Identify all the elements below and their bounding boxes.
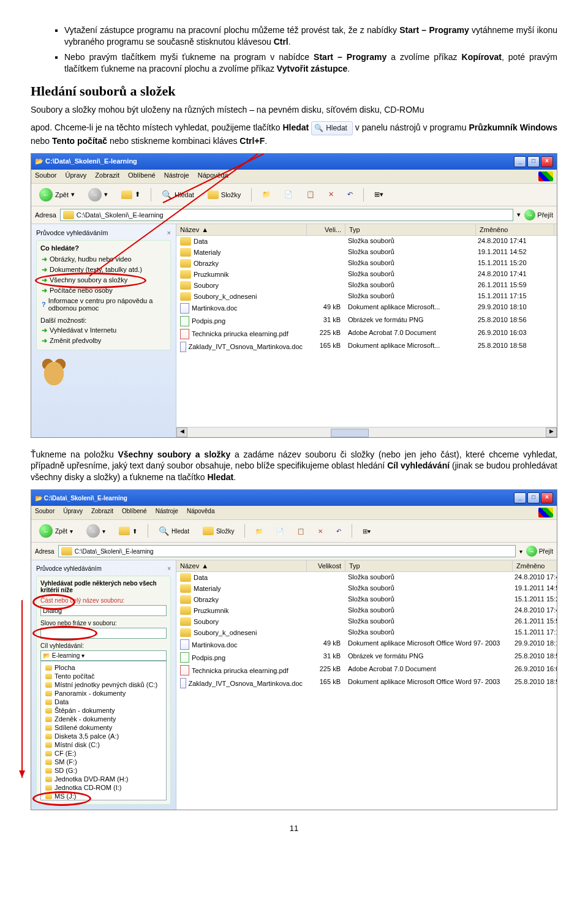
file-row[interactable]: MaterialySložka souborů19.1.2011 14:52 xyxy=(176,583,557,594)
target-tree[interactable]: PlochaTento počítačMístní jednotky pevný… xyxy=(40,661,167,800)
menu-item[interactable]: Oblíbené xyxy=(122,508,147,517)
file-row[interactable]: DataSložka souborů24.8.2010 17:41 xyxy=(176,572,557,583)
tree-item[interactable]: Jednotka CD-ROM (I:) xyxy=(43,783,164,792)
file-row[interactable]: SouborySložka souborů26.1.2011 15:59 xyxy=(176,280,557,291)
menu-item[interactable]: Nápověda xyxy=(187,508,215,517)
toolbar-icon[interactable]: ✕ xyxy=(314,526,327,536)
menu-item[interactable]: Oblíbené xyxy=(128,171,156,181)
col-type[interactable]: Typ xyxy=(345,560,513,571)
toolbar-icon[interactable]: ↶ xyxy=(343,189,357,200)
address-input[interactable]: C:\Data\_Skoleni\_E-learning xyxy=(58,545,516,557)
col-size[interactable]: Veli... xyxy=(307,224,345,235)
target-dropdown[interactable]: 📂 E-learning ▾ xyxy=(40,650,167,661)
tree-item[interactable]: Sdílené dokumenty xyxy=(43,723,164,732)
pane-close-icon[interactable]: × xyxy=(167,229,171,236)
menu-item[interactable]: Úpravy xyxy=(63,508,83,517)
back-button[interactable]: ←Zpět ▾ xyxy=(35,186,79,203)
file-row[interactable]: Martinkova.doc49 kBDokument aplikace Mic… xyxy=(176,302,557,315)
tree-item[interactable]: MS (J:) xyxy=(43,792,164,800)
file-row[interactable]: Technicka prirucka elearning.pdf225 kBAd… xyxy=(176,664,557,677)
toolbar-icon[interactable]: ↶ xyxy=(332,526,345,536)
go-button[interactable]: →Přejít xyxy=(524,209,553,220)
pane-close-icon[interactable]: × xyxy=(167,565,171,572)
file-row[interactable]: DataSložka souborů24.8.2010 17:41 xyxy=(176,236,557,247)
search-button[interactable]: 🔍Hledat xyxy=(157,188,198,201)
search-option[interactable]: ➜Změnit předvolby xyxy=(40,336,167,346)
minimize-button[interactable]: _ xyxy=(514,156,526,167)
folders-button[interactable]: Složky xyxy=(203,189,245,201)
phrase-input[interactable] xyxy=(40,628,167,639)
minimize-button[interactable]: _ xyxy=(514,492,526,503)
search-option[interactable]: ➜Dokumenty (texty, tabulky atd.) xyxy=(40,265,167,275)
toolbar-icon[interactable]: ✕ xyxy=(324,189,338,200)
file-row[interactable]: PruzkumnikSložka souborů24.8.2010 17:41 xyxy=(176,605,557,616)
go-button[interactable]: →Přejít xyxy=(526,546,553,557)
col-mod[interactable]: Změněno xyxy=(476,224,554,235)
forward-button[interactable]: → ▾ xyxy=(84,186,112,203)
toolbar-icon[interactable]: 📁 xyxy=(251,526,267,536)
h-scrollbar[interactable]: ◀▶ xyxy=(176,427,557,437)
menu-item[interactable]: Nástroje xyxy=(156,508,178,517)
tree-item[interactable]: Tento počítač xyxy=(43,672,164,680)
views-button[interactable]: ⊞▾ xyxy=(358,526,375,536)
back-button[interactable]: ←Zpět ▾ xyxy=(35,522,77,540)
menu-item[interactable]: Soubor xyxy=(35,508,55,517)
maximize-button[interactable]: □ xyxy=(527,492,540,503)
maximize-button[interactable]: □ xyxy=(527,156,540,167)
col-name[interactable]: Název ▲ xyxy=(176,224,307,235)
col-type[interactable]: Typ xyxy=(345,224,476,235)
file-row[interactable]: Podpis.png31 kBObrázek ve formátu PNG25.… xyxy=(176,315,557,328)
col-mod[interactable]: Změněno xyxy=(513,560,557,571)
menu-item[interactable]: Soubor xyxy=(35,171,56,181)
up-button[interactable]: ⬆ xyxy=(117,189,145,201)
tree-item[interactable]: SD (G:) xyxy=(43,766,164,775)
views-button[interactable]: ⊞▾ xyxy=(370,189,388,200)
tree-item[interactable]: SM (F:) xyxy=(43,758,164,766)
search-option[interactable]: ➜Vyhledávat v Internetu xyxy=(40,325,167,336)
tree-item[interactable]: Místní disk (C:) xyxy=(43,740,164,749)
file-row[interactable]: PruzkumnikSložka souborů24.8.2010 17:41 xyxy=(176,269,557,280)
up-button[interactable]: ⬆ xyxy=(115,525,141,537)
address-input[interactable]: C:\Data\_Skoleni\_E-learning xyxy=(60,209,513,221)
toolbar-icon[interactable]: 📋 xyxy=(302,189,319,200)
toolbar-icon[interactable]: 📁 xyxy=(258,189,275,200)
menu-item[interactable]: Zobrazit xyxy=(95,171,119,181)
menu-item[interactable]: Nápověda xyxy=(198,171,228,181)
search-option[interactable]: ➜Obrázky, hudbu nebo video xyxy=(40,254,167,265)
col-size[interactable]: Velikost xyxy=(307,560,345,571)
file-row[interactable]: ObrazkySložka souborů15.1.2011 15:20 xyxy=(176,594,557,605)
file-row[interactable]: MaterialySložka souborů19.1.2011 14:52 xyxy=(176,247,557,258)
address-dropdown[interactable]: ▾ xyxy=(517,211,521,219)
tree-item[interactable]: CF (E:) xyxy=(43,749,164,758)
tree-item[interactable]: Zdeněk - dokumenty xyxy=(43,715,164,723)
tree-item[interactable]: Disketa 3,5 palce (A:) xyxy=(43,732,164,740)
address-dropdown[interactable]: ▾ xyxy=(519,548,522,555)
menu-item[interactable]: Úpravy xyxy=(65,171,86,181)
file-row[interactable]: Zaklady_IVT_Osnova_Martinkova.doc165 kBD… xyxy=(176,340,557,353)
search-option[interactable]: ?Informace v centru pro nápovědu a odbor… xyxy=(40,296,167,313)
tree-item[interactable]: Štěpán - dokumenty xyxy=(43,706,164,715)
toolbar-icon[interactable]: 📄 xyxy=(272,526,288,536)
toolbar-icon[interactable]: 📋 xyxy=(293,526,309,536)
file-row[interactable]: ObrazkySložka souborů15.1.2011 15:20 xyxy=(176,258,557,269)
tree-item[interactable]: Plocha xyxy=(43,663,164,672)
file-row[interactable]: Soubory_k_odneseniSložka souborů15.1.201… xyxy=(176,627,557,638)
file-row[interactable]: Technicka prirucka elearning.pdf225 kBAd… xyxy=(176,328,557,340)
menu-item[interactable]: Nástroje xyxy=(164,171,189,181)
file-row[interactable]: SouborySložka souborů26.1.2011 15:59 xyxy=(176,616,557,627)
tree-item[interactable]: Panoramix - dokumenty xyxy=(43,689,164,698)
col-name[interactable]: Název ▲ xyxy=(176,560,307,571)
search-option[interactable]: ➜Počítače nebo osoby xyxy=(40,285,167,296)
menu-item[interactable]: Zobrazit xyxy=(91,508,113,517)
search-button[interactable]: 🔍Hledat xyxy=(154,524,194,538)
tree-item[interactable]: Místní jednotky pevných disků (C:) xyxy=(43,680,164,689)
close-button[interactable]: × xyxy=(541,156,553,167)
close-button[interactable]: × xyxy=(541,492,553,503)
filename-input[interactable] xyxy=(40,605,167,616)
file-row[interactable]: Soubory_k_odneseniSložka souborů15.1.201… xyxy=(176,291,557,302)
search-option[interactable]: ➜Všechny soubory a složky xyxy=(40,275,167,285)
file-row[interactable]: Podpis.png31 kBObrázek ve formátu PNG25.… xyxy=(176,651,557,664)
tree-item[interactable]: Data xyxy=(43,698,164,706)
toolbar-icon[interactable]: 📄 xyxy=(280,189,297,200)
file-row[interactable]: Zaklady_IVT_Osnova_Martinkova.doc165 kBD… xyxy=(176,677,557,690)
